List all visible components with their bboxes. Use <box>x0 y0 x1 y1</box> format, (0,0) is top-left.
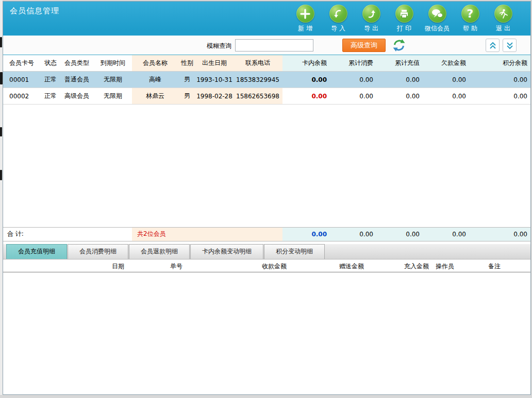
wechat-member-button[interactable]: 微信会员 <box>424 5 450 33</box>
tool-label: 新 增 <box>298 24 312 33</box>
summary-total-recharge: 0.00 <box>376 228 423 241</box>
column-header: 会员卡号 <box>3 55 41 71</box>
member-table-empty-area <box>3 105 530 227</box>
cell-birth: 1993-10-31 <box>196 72 233 88</box>
column-header: 会员名称 <box>132 55 178 71</box>
cell-gender: 男 <box>178 88 196 104</box>
column-header: 累计充值 <box>376 55 423 71</box>
column-header: 累计消费 <box>330 55 376 71</box>
cell-balance: 0.00 <box>282 88 330 104</box>
tab-consume-detail[interactable]: 会员消费明细 <box>68 244 128 259</box>
cell-type: 普通会员 <box>60 72 94 88</box>
cell-status: 正常 <box>41 88 60 104</box>
cell-balance: 0.00 <box>282 72 330 88</box>
wechat-icon <box>428 5 446 23</box>
column-header: 积分余额 <box>469 55 530 71</box>
cell-points: 0.00 <box>469 88 530 104</box>
detail-column-header: 备注 <box>488 262 501 271</box>
summary-balance: 0.00 <box>282 228 330 241</box>
cell-total-consume: 0.00 <box>330 72 376 88</box>
column-header: 卡内余额 <box>282 55 330 71</box>
cell-card-no: 00002 <box>3 88 41 104</box>
summary-row: 合 计: 共2位会员 0.00 0.00 0.00 0.00 0.00 <box>3 227 530 241</box>
summary-points: 0.00 <box>469 228 530 241</box>
detail-column-header: 操作员 <box>436 262 454 271</box>
tab-refund-detail[interactable]: 会员退款明细 <box>129 244 190 259</box>
summary-total-consume: 0.00 <box>330 228 376 241</box>
column-header: 状态 <box>41 55 60 71</box>
detail-column-header: 日期 <box>112 262 124 271</box>
member-table-row[interactable]: 00002 正常 高级会员 无限期 林鼎云 男 1998-02-28 15862… <box>3 88 530 105</box>
export-button[interactable]: 导 出 <box>358 5 384 33</box>
member-count-text: 共2位会员 <box>132 228 282 241</box>
import-icon <box>329 5 347 23</box>
cell-total-recharge: 0.00 <box>376 88 423 104</box>
cell-card-no: 00001 <box>3 72 41 88</box>
plus-icon <box>296 5 314 23</box>
cell-debt: 0.00 <box>423 72 469 88</box>
refresh-icon[interactable] <box>391 38 407 53</box>
cell-expiry: 无限期 <box>94 72 132 88</box>
tab-balance-change-detail[interactable]: 卡内余额变动明细 <box>190 244 263 259</box>
background-window-fragment <box>0 170 2 180</box>
detail-column-header: 收款金额 <box>262 262 287 271</box>
member-info-window: 会员信息管理 新 增 导 入 导 出 <box>3 1 531 395</box>
cell-gender: 男 <box>178 72 196 88</box>
cell-total-consume: 0.00 <box>330 88 376 104</box>
page-down-button[interactable] <box>503 39 517 52</box>
summary-label: 合 计: <box>3 228 132 241</box>
summary-debt: 0.00 <box>423 228 469 241</box>
background-window-fragment <box>0 127 2 136</box>
member-table-header: 会员卡号 状态 会员类型 到期时间 会员名称 性别 出生日期 联系电话 卡内余额… <box>3 55 530 72</box>
detail-table-header: 日期 单号 收款金额 赠送金额 充入金额 操作员 备注 <box>3 259 530 272</box>
search-bar: 模糊查询 高级查询 <box>3 36 530 55</box>
column-header: 出生日期 <box>196 55 233 71</box>
column-header: 性别 <box>178 55 196 71</box>
cell-phone: 18538329945 <box>233 72 282 88</box>
detail-column-header: 赠送金额 <box>339 262 364 271</box>
window-title: 会员信息管理 <box>10 6 59 16</box>
new-member-button[interactable]: 新 增 <box>292 5 318 33</box>
printer-icon <box>395 5 413 23</box>
export-icon <box>362 5 380 23</box>
page-up-button[interactable] <box>486 39 500 52</box>
fuzzy-search-label: 模糊查询 <box>202 42 231 50</box>
tool-label: 导 入 <box>331 24 345 33</box>
import-button[interactable]: 导 入 <box>325 5 351 33</box>
advanced-search-button[interactable]: 高级查询 <box>342 39 386 52</box>
detail-column-header: 充入金额 <box>404 262 429 271</box>
column-header: 到期时间 <box>94 55 132 71</box>
tool-label: 微信会员 <box>425 24 450 33</box>
cell-debt: 0.00 <box>423 88 469 104</box>
column-header: 会员类型 <box>60 55 94 71</box>
tab-recharge-detail[interactable]: 会员充值明细 <box>6 244 67 259</box>
cell-total-recharge: 0.00 <box>376 72 423 88</box>
cell-status: 正常 <box>41 72 60 88</box>
titlebar: 会员信息管理 新 增 导 入 导 出 <box>3 2 530 36</box>
toolbar: 新 增 导 入 导 出 打 印 <box>292 5 516 33</box>
cell-type: 高级会员 <box>60 88 94 104</box>
detail-table-empty-area <box>3 272 530 395</box>
cell-name: 林鼎云 <box>132 88 178 104</box>
tool-label: 帮 助 <box>463 24 477 33</box>
tool-label: 退 出 <box>496 24 510 33</box>
column-header: 联系电话 <box>233 55 282 71</box>
cell-points: 0.00 <box>469 72 530 88</box>
detail-column-header: 单号 <box>170 262 182 271</box>
cell-phone: 15862653698 <box>233 88 282 104</box>
fuzzy-search-input[interactable] <box>235 39 313 51</box>
member-table-row[interactable]: 00001 正常 普通会员 无限期 高峰 男 1993-10-31 185383… <box>3 72 530 88</box>
print-button[interactable]: 打 印 <box>391 5 417 33</box>
tool-label: 打 印 <box>397 24 411 33</box>
cell-expiry: 无限期 <box>94 88 132 104</box>
column-header: 欠款金额 <box>423 55 469 71</box>
tool-label: 导 出 <box>364 24 378 33</box>
help-button[interactable]: ? 帮 助 <box>457 5 483 33</box>
question-mark-icon: ? <box>461 5 479 23</box>
cell-name: 高峰 <box>132 72 178 88</box>
detail-tabs: 会员充值明细 会员消费明细 会员退款明细 卡内余额变动明细 积分变动明细 <box>3 244 530 259</box>
cell-birth: 1998-02-28 <box>196 88 233 104</box>
tab-points-change-detail[interactable]: 积分变动明细 <box>264 244 325 259</box>
background-window-fragment <box>0 37 2 47</box>
exit-button[interactable]: 退 出 <box>490 5 516 33</box>
